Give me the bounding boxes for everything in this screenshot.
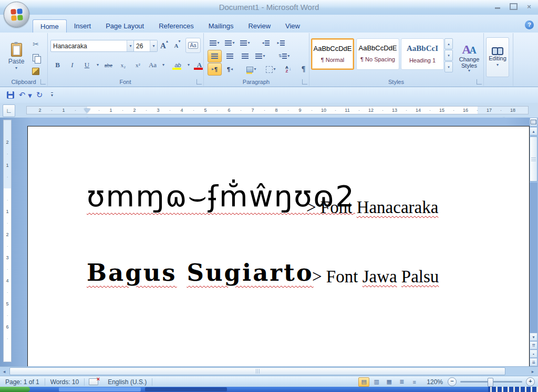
vertical-scroll-track[interactable]	[530, 183, 537, 333]
v-ruler[interactable]: 21123456·········	[3, 120, 12, 362]
horizontal-scroll-thumb[interactable]	[9, 367, 505, 375]
change-case-button[interactable]: Aa	[146, 59, 160, 71]
line-spacing-button[interactable]: ⇅▾	[275, 50, 293, 62]
underline-dropdown-icon[interactable]: ▾	[95, 59, 101, 71]
format-painter-button[interactable]	[29, 66, 42, 77]
h-ruler[interactable]: 21123456789101112131415161718···········…	[26, 106, 529, 114]
proofing-errors-icon[interactable]	[89, 378, 98, 385]
zoom-slider-thumb[interactable]	[488, 378, 493, 387]
print-layout-view-button[interactable]: ▤	[358, 377, 369, 387]
vertical-scroll-thumb[interactable]	[530, 136, 537, 182]
paste-button[interactable]: Paste ▾	[4, 37, 28, 76]
bold-button[interactable]: B	[50, 59, 65, 71]
cut-button[interactable]: ✂	[29, 38, 42, 50]
tab-references[interactable]: References	[151, 19, 201, 33]
styles-scroll-up-button[interactable]: ▴	[444, 38, 453, 49]
font-size-dropdown-icon[interactable]: ▾	[150, 40, 157, 51]
align-center-button[interactable]	[223, 50, 237, 62]
superscript-button[interactable]: x²	[131, 59, 145, 71]
text-highlight-button[interactable]: ab	[171, 59, 185, 71]
start-button[interactable]	[0, 387, 30, 392]
maximize-button[interactable]	[509, 3, 518, 10]
font-name-combobox[interactable]: Hanacaraka ▾	[50, 40, 134, 52]
ruler-toggle-button[interactable]	[530, 118, 537, 126]
tab-mailings[interactable]: Mailings	[201, 19, 241, 33]
zoom-level[interactable]: 120%	[427, 378, 443, 386]
justify-button[interactable]: ▾	[253, 50, 267, 62]
bullets-button[interactable]: ▾	[208, 37, 222, 49]
show-hide-pilcrow-button[interactable]: ¶	[296, 63, 311, 76]
system-tray[interactable]	[488, 387, 538, 392]
scroll-left-button[interactable]: ◂	[0, 367, 8, 376]
change-case-dropdown-icon[interactable]: ▾	[160, 59, 167, 71]
scroll-down-button[interactable]: ▾	[530, 333, 537, 341]
font-name-dropdown-icon[interactable]: ▾	[127, 40, 134, 51]
clipboard-dialog-launcher[interactable]	[40, 79, 46, 84]
outline-view-button[interactable]: ≣	[396, 377, 407, 387]
office-button[interactable]	[4, 2, 29, 27]
decrease-indent-button[interactable]: ◂	[258, 37, 273, 49]
language-indicator[interactable]: English (U.S.)	[102, 378, 152, 386]
align-right-button[interactable]	[238, 50, 252, 62]
borders-button[interactable]: ▾	[262, 63, 280, 76]
editing-button[interactable]: Editing ▾	[486, 37, 509, 77]
strikethrough-button[interactable]: abe	[101, 59, 116, 71]
undo-button[interactable]: ↶	[17, 89, 27, 101]
save-button[interactable]	[4, 89, 17, 101]
styles-gallery-expand-button[interactable]: ▾	[444, 61, 453, 72]
clear-formatting-button[interactable]: Aa	[185, 38, 201, 53]
style-heading1[interactable]: AaBbCcI Heading 1	[401, 38, 444, 70]
tab-view[interactable]: View	[278, 19, 307, 33]
font-dialog-launcher[interactable]	[196, 79, 202, 84]
previous-page-button[interactable]: ⇈	[530, 341, 537, 349]
numbering-button[interactable]: ▾	[223, 37, 237, 49]
jawa-palsu-text-line[interactable]: Bagus Sugiarto	[87, 259, 314, 287]
horizontal-scrollbar[interactable]: ◂ ▸	[0, 366, 538, 376]
change-styles-button[interactable]: AA Change Styles ▾	[457, 36, 482, 80]
taskbar-item[interactable]	[59, 387, 141, 391]
style-no-spacing[interactable]: AaBbCcDdE ¶ No Spacing	[356, 38, 399, 70]
font-size-combobox[interactable]: 26 ▾	[133, 40, 158, 52]
taskbar-item[interactable]	[145, 387, 227, 391]
align-left-button[interactable]	[208, 50, 222, 62]
zoom-slider-track[interactable]	[460, 381, 522, 383]
subscript-button[interactable]: x₂	[116, 59, 130, 71]
scroll-up-button[interactable]: ▴	[530, 127, 537, 135]
tab-insert[interactable]: Insert	[67, 19, 99, 33]
minimize-button[interactable]	[493, 3, 502, 10]
next-page-button[interactable]: ⇊	[530, 358, 537, 366]
annotation-line2[interactable]: > Font Jawa Palsu	[312, 267, 439, 287]
shrink-font-button[interactable]: A▾	[171, 39, 184, 52]
undo-dropdown-icon[interactable]: ▾	[27, 89, 33, 101]
redo-button[interactable]: ↻	[33, 89, 46, 101]
right-to-left-button[interactable]: ¶◂	[223, 63, 237, 76]
style-normal[interactable]: AaBbCcDdE ¶ Normal	[311, 38, 354, 70]
sort-button[interactable]: AZ↓	[281, 63, 295, 76]
page[interactable]: ʊmɱɷ⌣ʄm̐ŵŋʊɷ2 > Font Hanacaraka Bagus Su…	[27, 126, 530, 366]
tab-home[interactable]: Home	[33, 19, 67, 33]
zoom-out-button[interactable]: −	[448, 377, 457, 386]
styles-scroll-down-button[interactable]: ▾	[444, 50, 453, 61]
scroll-right-button[interactable]: ▸	[529, 367, 537, 376]
zoom-in-button[interactable]: +	[526, 377, 535, 386]
styles-dialog-launcher[interactable]	[477, 79, 482, 84]
help-icon[interactable]: ?	[525, 20, 534, 29]
shading-button[interactable]: ▾	[242, 63, 261, 76]
tab-selector-button[interactable]: ∟	[3, 104, 15, 117]
draft-view-button[interactable]: ≡	[409, 377, 420, 387]
tab-page-layout[interactable]: Page Layout	[98, 19, 151, 33]
qat-customize-button[interactable]: ▾	[46, 89, 58, 101]
italic-button[interactable]: I	[65, 59, 79, 71]
full-screen-reading-view-button[interactable]: ▥	[371, 377, 382, 387]
highlight-dropdown-icon[interactable]: ▾	[185, 59, 192, 71]
tab-review[interactable]: Review	[241, 19, 278, 33]
vertical-scrollbar[interactable]: ▴ ▾ ⇈ • ⇊	[530, 118, 538, 366]
copy-button[interactable]	[29, 52, 42, 63]
select-browse-object-button[interactable]: •	[530, 349, 537, 358]
web-layout-view-button[interactable]: ▦	[384, 377, 395, 387]
annotation-line1[interactable]: > Font Hanacaraka	[306, 198, 438, 217]
left-to-right-button[interactable]: ▸¶	[208, 63, 222, 76]
page-indicator[interactable]: Page: 1 of 1	[0, 378, 45, 386]
paragraph-dialog-launcher[interactable]	[302, 79, 307, 84]
close-button[interactable]: ×	[524, 3, 534, 10]
